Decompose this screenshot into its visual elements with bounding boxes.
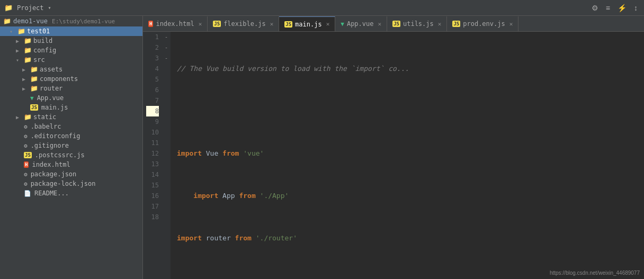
arrow-down-icon: ▾	[16, 57, 22, 63]
sidebar-item-config[interactable]: ▶ 📁 config	[0, 46, 142, 55]
js-file-icon: JS	[24, 152, 32, 158]
tab-prodenvjs[interactable]: JS prod.env.js ✕	[447, 16, 518, 31]
sidebar-item-src[interactable]: ▾ 📁 src	[0, 55, 142, 65]
sidebar-label-gitignore: .gitignore	[31, 142, 69, 149]
settings-icon[interactable]: ⚙	[589, 3, 601, 13]
code-line-5: import router from './router'	[175, 233, 640, 244]
folder-icon: 📁	[24, 37, 32, 44]
tab-utilsjs[interactable]: JS utils.js ✕	[387, 16, 447, 31]
editor-wrapper: H index.html ✕ JS flexible.js ✕ JS main.…	[143, 16, 644, 279]
tab-close-prodenvjs[interactable]: ✕	[509, 21, 513, 28]
tab-mainjs[interactable]: JS main.js ✕	[279, 16, 335, 31]
sidebar-label-editorconfig: .editorconfig	[31, 132, 80, 140]
code-line-6	[175, 275, 640, 279]
tab-flexiblejs[interactable]: JS flexible.js ✕	[208, 16, 279, 31]
arrow-right-icon: ▶	[22, 86, 29, 92]
sync-icon[interactable]: ⚡	[615, 3, 629, 13]
code-token: import	[177, 148, 202, 159]
ln-16: 16	[146, 191, 159, 201]
sidebar-label-readme: README...	[34, 190, 69, 197]
sidebar-item-router[interactable]: ▶ 📁 router	[0, 84, 142, 93]
main-layout: 📁 demo1-vue E:\study\demo1-vue ▾ 📁 test0…	[0, 16, 644, 279]
tab-appvue[interactable]: ▼ App.vue ✕	[335, 16, 387, 31]
config-file-icon: ⚙	[24, 123, 28, 130]
code-token	[239, 148, 243, 159]
sidebar-item-assets[interactable]: ▶ 📁 assets	[0, 65, 142, 74]
sidebar-root[interactable]: 📁 demo1-vue E:\study\demo1-vue	[0, 16, 142, 26]
arrow-right-icon: ▶	[22, 76, 29, 82]
vue-file-icon: ▼	[30, 95, 34, 102]
folder-icon: 📁	[30, 85, 38, 92]
ln-8: 8	[146, 106, 159, 116]
layout-icon[interactable]: ↕	[632, 3, 640, 13]
menu-icon[interactable]: ≡	[604, 3, 612, 13]
sidebar-item-postcssrc[interactable]: JS .postcssrc.js	[0, 150, 142, 160]
sidebar-label-components: components	[40, 75, 78, 83]
sidebar-item-mainjs[interactable]: JS main.js	[0, 103, 142, 112]
tab-close-indexhtml[interactable]: ✕	[199, 21, 202, 28]
sidebar-item-static[interactable]: ▶ 📁 static	[0, 112, 142, 122]
tab-close-flexiblejs[interactable]: ✕	[270, 21, 274, 28]
sidebar-item-readme[interactable]: 📄 README...	[0, 188, 142, 198]
fold-gutter: - - -	[162, 32, 171, 279]
js-tab-icon: JS	[213, 21, 221, 27]
code-line-1: // The Vue build version to load with th…	[175, 64, 640, 74]
arrow-right-icon: ▶	[16, 38, 22, 44]
tab-label-utilsjs: utils.js	[403, 20, 434, 28]
editor-content: 1 2 3 4 5 6 7 8 9 10 11 12 13 14 15 16 1…	[143, 32, 644, 279]
sidebar-item-build[interactable]: ▶ 📁 build	[0, 36, 142, 46]
tab-close-mainjs[interactable]: ✕	[326, 21, 330, 28]
fold-1[interactable]: -	[162, 32, 171, 42]
ln-2: 2	[146, 42, 159, 53]
sidebar-item-gitignore[interactable]: ⚙ .gitignore	[0, 141, 142, 150]
sidebar-item-packagelockjson[interactable]: ⚙ package-lock.json	[0, 179, 142, 188]
ln-7: 7	[146, 95, 159, 106]
code-from-keyword: from	[235, 233, 252, 244]
js-tab-icon-prodenv: JS	[452, 21, 460, 27]
sidebar-label-indexhtml: index.html	[32, 161, 70, 168]
tab-indexhtml[interactable]: H index.html ✕	[143, 16, 208, 31]
sidebar-item-packagejson[interactable]: ⚙ package.json	[0, 169, 142, 179]
js-tab-icon-main: JS	[284, 21, 292, 28]
ln-1: 1	[146, 32, 159, 42]
sidebar-item-appvue[interactable]: ▼ App.vue	[0, 93, 142, 103]
sidebar-item-components[interactable]: ▶ 📁 components	[0, 74, 142, 84]
code-area[interactable]: // The Vue build version to load with th…	[171, 32, 644, 279]
code-token	[256, 191, 260, 201]
tab-label-indexhtml: index.html	[156, 20, 194, 28]
watermark: https://blog.csdn.net/weixin_44689077	[550, 270, 640, 276]
root-project-path: E:\study\demo1-vue	[52, 18, 115, 25]
folder-icon: 📁	[24, 56, 32, 64]
config-file-icon: ⚙	[24, 133, 28, 140]
folder-icon: 📁	[24, 113, 32, 121]
ln-6: 6	[146, 85, 159, 95]
arrow-right-icon: ▶	[22, 67, 29, 73]
tab-close-appvue[interactable]: ✕	[378, 21, 382, 28]
arrow-down-icon: ▾	[10, 29, 16, 34]
code-token	[177, 191, 193, 201]
folder-icon: 📁	[24, 47, 32, 54]
sidebar-item-test01[interactable]: ▾ 📁 test01	[0, 26, 142, 36]
fold-5[interactable]: -	[162, 42, 171, 53]
tab-close-utilsjs[interactable]: ✕	[438, 21, 442, 28]
fold-13[interactable]: -	[162, 53, 171, 64]
ln-9: 9	[146, 116, 159, 127]
code-token	[252, 233, 256, 244]
line-numbers: 1 2 3 4 5 6 7 8 9 10 11 12 13 14 15 16 1…	[143, 32, 162, 279]
sidebar-item-babelrc[interactable]: ⚙ .babelrc	[0, 122, 142, 131]
folder-icon: 📁	[4, 4, 13, 12]
sidebar-item-editorconfig[interactable]: ⚙ .editorconfig	[0, 131, 142, 141]
toolbar-project-label: Project	[17, 4, 44, 12]
config-file-icon: ⚙	[24, 171, 28, 178]
config-file-icon: ⚙	[24, 181, 28, 187]
arrow-right-icon: ▶	[16, 114, 22, 120]
vue-tab-icon: ▼	[341, 21, 344, 28]
js-tab-icon-utils: JS	[392, 21, 400, 27]
toolbar-icons: ⚙ ≡ ⚡ ↕	[589, 3, 640, 13]
code-token: // The Vue build version to load with th…	[177, 64, 409, 74]
sidebar-item-indexhtml[interactable]: H index.html	[0, 160, 142, 169]
toolbar-dropdown-arrow[interactable]: ▾	[48, 5, 51, 11]
ln-13: 13	[146, 159, 159, 169]
code-line-4: import App from './App'	[175, 191, 640, 201]
sidebar-label-config: config	[33, 47, 56, 54]
